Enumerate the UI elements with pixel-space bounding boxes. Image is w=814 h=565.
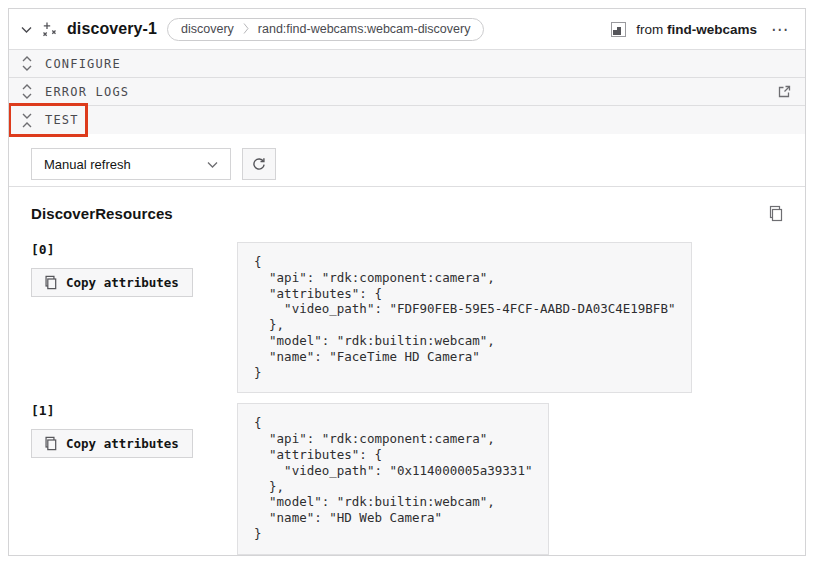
section-row-configure[interactable]: CONFIGURE bbox=[9, 49, 805, 77]
copy-icon bbox=[43, 275, 57, 290]
copy-icon bbox=[767, 205, 783, 222]
test-results: DiscoverResources [0] Copy attributes bbox=[9, 205, 805, 555]
refresh-mode-value: Manual refresh bbox=[44, 157, 131, 172]
unfold-icon bbox=[22, 84, 32, 99]
chip-model-label: rand:find-webcams:webcam-discovery bbox=[258, 22, 471, 36]
refresh-button[interactable] bbox=[242, 148, 276, 180]
chevron-down-icon bbox=[207, 161, 218, 168]
discovery-service-icon bbox=[41, 21, 58, 38]
result-json-1: { "api": "rdk:component:camera", "attrib… bbox=[237, 403, 549, 554]
result-left-0: [0] Copy attributes bbox=[31, 242, 237, 297]
copy-icon bbox=[43, 436, 57, 451]
result-left-1: [1] Copy attributes bbox=[31, 403, 237, 458]
section-label-test: TEST bbox=[45, 113, 79, 127]
test-controls: Manual refresh bbox=[9, 134, 805, 187]
section-label-error-logs: ERROR LOGS bbox=[45, 85, 129, 99]
result-index-label: [0] bbox=[31, 242, 237, 257]
copy-attributes-label: Copy attributes bbox=[66, 436, 179, 451]
chip-type-label: discovery bbox=[181, 22, 234, 36]
result-json-0: { "api": "rdk:component:camera", "attrib… bbox=[237, 242, 692, 393]
unfold-icon bbox=[22, 56, 32, 71]
refresh-mode-select[interactable]: Manual refresh bbox=[31, 148, 231, 180]
resource-title: discovery-1 bbox=[67, 20, 157, 38]
copy-attributes-label: Copy attributes bbox=[66, 275, 179, 290]
module-icon bbox=[611, 22, 626, 37]
resource-card: discovery-1 discovery rand:find-webcams:… bbox=[8, 8, 806, 556]
copy-results-button[interactable] bbox=[767, 205, 783, 222]
section-row-error-logs[interactable]: ERROR LOGS bbox=[9, 77, 805, 105]
result-index-label: [1] bbox=[31, 403, 237, 418]
copy-attributes-button[interactable]: Copy attributes bbox=[31, 429, 193, 458]
card-menu-button[interactable]: ⋯ bbox=[767, 19, 793, 40]
result-row-0: [0] Copy attributes { "api": "rdk:compon… bbox=[31, 242, 783, 393]
section-label-configure: CONFIGURE bbox=[45, 57, 121, 71]
collapse-icon bbox=[22, 113, 32, 128]
collapse-card-chevron-icon[interactable] bbox=[21, 26, 32, 33]
open-in-new-icon[interactable] bbox=[777, 84, 792, 99]
resource-card-header: discovery-1 discovery rand:find-webcams:… bbox=[9, 9, 805, 49]
from-module-label: from find-webcams bbox=[636, 22, 757, 37]
refresh-icon bbox=[251, 156, 267, 172]
method-title: DiscoverResources bbox=[31, 205, 173, 222]
results-header: DiscoverResources bbox=[31, 205, 783, 222]
chip-separator-chevron-icon bbox=[243, 23, 249, 34]
section-row-test[interactable]: TEST bbox=[9, 105, 805, 134]
resource-type-chip: discovery rand:find-webcams:webcam-disco… bbox=[167, 18, 484, 41]
copy-attributes-button[interactable]: Copy attributes bbox=[31, 268, 193, 297]
header-right: from find-webcams ⋯ bbox=[611, 19, 793, 40]
result-row-1: [1] Copy attributes { "api": "rdk:compon… bbox=[31, 403, 783, 554]
module-name: find-webcams bbox=[667, 22, 757, 37]
